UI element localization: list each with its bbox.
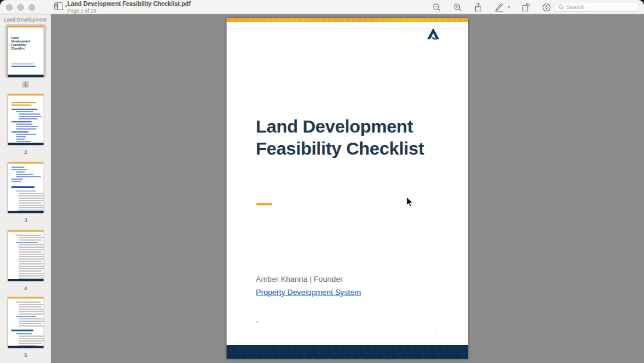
minimize-button[interactable] xyxy=(17,4,24,11)
thumb-author-lines xyxy=(11,62,39,68)
window-title: Land Development Feasibility Checklist.p… xyxy=(67,1,191,7)
page-number-label: 2 xyxy=(22,149,30,156)
thumbnail-sidebar: Land Development Fea... Land Development… xyxy=(0,14,51,363)
cover-navy-footer-band xyxy=(227,345,468,359)
search-icon xyxy=(558,2,564,13)
rotate-button[interactable] xyxy=(520,2,531,13)
markup-chevron-icon[interactable]: ▾ xyxy=(507,5,510,10)
page-indicator: Page 1 of 19 xyxy=(67,8,191,14)
thumbnail-page-2[interactable]: 2 xyxy=(0,92,51,156)
page-number-label: 4 xyxy=(22,285,30,292)
thumbnail-toc-image[interactable] xyxy=(8,94,44,145)
page-number-label: 5 xyxy=(22,352,30,359)
cover-orange-band xyxy=(227,18,468,22)
preview-window: ▾ Land Development Feasibility Checklist… xyxy=(0,0,644,363)
sidebar-toggle-icon xyxy=(54,2,63,10)
fullscreen-button[interactable] xyxy=(29,4,35,11)
thumb-page3-lines xyxy=(11,165,41,213)
cover-author: Amber Khanna | Founder xyxy=(256,275,343,284)
search-input[interactable] xyxy=(566,4,636,10)
search-field[interactable] xyxy=(555,2,639,12)
zoom-out-button[interactable] xyxy=(431,2,442,13)
thumb-page4-lines xyxy=(11,233,41,281)
thumb-orange-band xyxy=(8,26,44,27)
highlight-button[interactable] xyxy=(541,2,552,13)
markup-pen-button[interactable] xyxy=(494,2,504,13)
toolbar: ▾ Land Development Feasibility Checklist… xyxy=(0,0,644,14)
faint-footer-mark: □ xyxy=(435,332,437,336)
faint-mark xyxy=(256,321,259,322)
zoom-in-button[interactable] xyxy=(452,2,463,13)
thumbnail-cover-image[interactable]: Land Development Feasibility Checklist xyxy=(8,26,44,77)
thumbnail-page-3[interactable]: 3 xyxy=(0,160,51,224)
thumb-navy-band xyxy=(8,75,44,77)
cover-title: Land Development Feasibility Checklist xyxy=(256,115,453,159)
cover-accent-dash xyxy=(256,203,272,205)
thumb-toc-lines xyxy=(11,97,41,145)
thumbnail-page3-image[interactable] xyxy=(8,162,44,213)
pdf-page-1: Land Development Feasibility Checklist A… xyxy=(227,18,468,359)
thumb-page5-lines xyxy=(11,300,41,347)
share-button[interactable] xyxy=(473,2,484,13)
page-number-label: 3 xyxy=(22,217,30,224)
document-viewport[interactable]: Land Development Feasibility Checklist A… xyxy=(52,14,644,363)
thumbnail-page-5[interactable]: 5 xyxy=(0,295,51,359)
sidebar-toggle-button[interactable]: ▾ xyxy=(54,2,67,10)
thumb-cover-title: Land Development Feasibility Checklist xyxy=(11,36,38,50)
thumbnail-page-1[interactable]: Land Development Feasibility Checklist 1 xyxy=(0,24,51,88)
thumbnail-page5-image[interactable] xyxy=(8,297,44,348)
traffic-lights xyxy=(6,4,35,11)
thumb-orange-dash xyxy=(11,49,14,50)
close-button[interactable] xyxy=(6,4,13,11)
thumbnail-page-4[interactable]: 4 xyxy=(0,228,51,292)
chevron-down-icon: ▾ xyxy=(65,4,67,9)
thumbnail-page4-image[interactable] xyxy=(8,230,44,281)
page-number-label: 1 xyxy=(22,81,30,88)
brand-logo-icon xyxy=(426,28,440,41)
window-title-block: Land Development Feasibility Checklist.p… xyxy=(67,1,191,14)
cover-website-link[interactable]: Property Development System xyxy=(256,288,361,297)
